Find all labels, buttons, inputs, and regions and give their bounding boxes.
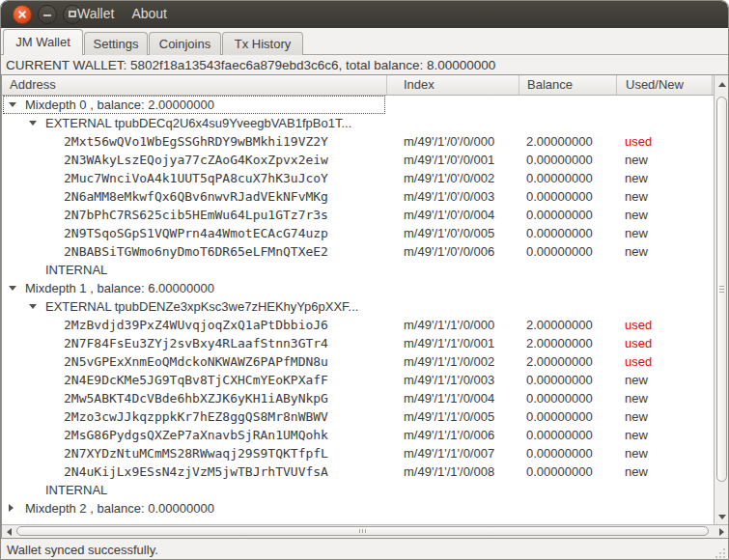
tab-coinjoins[interactable]: Coinjoins <box>149 32 221 55</box>
used-new-cell: used <box>617 334 713 352</box>
tab-settings[interactable]: Settings <box>84 32 148 55</box>
index-cell: m/49'/1'/0'/0/005 <box>387 224 519 242</box>
vertical-scrollbar-thumb[interactable] <box>716 97 727 482</box>
minimize-icon <box>43 14 51 16</box>
used-new-cell <box>617 499 713 518</box>
index-cell: m/49'/1'/1'/0/002 <box>387 352 519 371</box>
tree-row[interactable]: 2N7F84FsEu3ZYj2svBxy4RLaafStnn3GTr4m/49'… <box>2 334 714 352</box>
tree-row[interactable]: 2Mw5ABKT4DcVBde6hbXZJK6yKH1iAByNkpGm/49'… <box>2 389 714 407</box>
tree-viewport: Mixdepth 0 , balance: 2.00000000EXTERNAL… <box>2 96 714 524</box>
column-header-balance[interactable]: Balance <box>519 75 617 95</box>
tree-row[interactable]: 2MzBvdjd39PxZ4WUvqjoqZxQ1aPtDbbioJ6m/49'… <box>2 316 714 334</box>
menu-about[interactable]: About <box>123 1 176 28</box>
column-header-used-new[interactable]: Used/New <box>617 75 713 95</box>
address-cell: 2N7bPhC7RS625cib5HEmWu64Lpu1GTz7r3s <box>2 206 387 224</box>
tree-row[interactable]: Mixdepth 2 , balance: 0.00000000 <box>2 499 714 518</box>
address-text: 2NBABSiTGWmo6nyDmoT6DR65eLFMnQTXeE2 <box>64 242 387 261</box>
balance-cell <box>519 261 617 279</box>
menu-wallet[interactable]: Wallet <box>69 1 123 28</box>
vertical-scrollbar[interactable] <box>714 75 729 524</box>
thumb-grip-icon <box>359 529 367 533</box>
address-cell: Mixdepth 1 , balance: 6.00000000 <box>2 279 387 297</box>
used-new-cell: new <box>617 206 713 224</box>
expander-collapsed-icon[interactable] <box>9 504 14 512</box>
tree-row[interactable]: Mixdepth 0 , balance: 2.00000000 <box>2 96 714 114</box>
close-button[interactable] <box>13 5 32 24</box>
used-new-cell: new <box>617 462 713 481</box>
index-cell <box>387 279 519 297</box>
balance-cell: 0.00000000 <box>519 151 617 169</box>
branch-label: INTERNAL <box>45 261 387 279</box>
address-text: 2N7XYDzNtuMCmMS28RWwaqj29S9TQKTfpfL <box>64 444 387 462</box>
address-cell: 2N3WAkyLszEQojya77cZAoG4KoxZpvx2eiw <box>2 151 387 169</box>
titlebar[interactable]: Wallet About <box>1 1 728 28</box>
tree-row[interactable]: EXTERNAL tpubDENZe3xpKsc3we7zHEKhyYp6pXX… <box>2 297 714 316</box>
scroll-left-button[interactable] <box>3 525 16 538</box>
horizontal-scrollbar-thumb[interactable] <box>16 526 709 536</box>
used-new-cell <box>617 279 713 297</box>
expander-expanded-icon[interactable] <box>9 286 16 291</box>
expander-expanded-icon[interactable] <box>29 304 37 309</box>
scroll-down-button[interactable] <box>715 509 729 524</box>
tree-row[interactable]: 2N5vGPExXnmEoQMdckoNKWAWZ6PAPfMDN8um/49'… <box>2 352 714 371</box>
expander-expanded-icon[interactable] <box>9 102 16 107</box>
tree-row[interactable]: 2N4uKijLx9ESsN4zjVzM5jwTBJrhTVUVfsAm/49'… <box>2 462 714 481</box>
address-cell: EXTERNAL tpubDECq2U6x4su9YveegbVAB1fpBo1… <box>2 114 387 132</box>
address-text: 2N7F84FsEu3ZYj2svBxy4RLaafStnn3GTr4 <box>64 334 387 352</box>
index-cell: m/49'/1'/0'/0/002 <box>387 169 519 187</box>
arrow-right-icon <box>719 528 724 536</box>
expander-expanded-icon[interactable] <box>29 121 37 126</box>
balance-cell <box>519 96 617 114</box>
tree-row[interactable]: 2N7XYDzNtuMCmMS28RWwaqj29S9TQKTfpfLm/49'… <box>2 444 714 462</box>
index-cell: m/49'/1'/0'/0/000 <box>387 132 519 151</box>
address-text: 2N5vGPExXnmEoQMdckoNKWAWZ6PAPfMDN8u <box>64 352 387 371</box>
address-text: 2N9TSqoSGpS1VQWPrn4a4WmotECAcG74uzp <box>64 224 387 242</box>
wallet-window: Wallet About JM Wallet Settings Coinjoin… <box>0 0 729 560</box>
index-cell: m/49'/1'/1'/0/008 <box>387 462 519 481</box>
tree-row[interactable]: 2N6aMM8eMkwfQx6QBv6nwvRJadVEkNFvMKgm/49'… <box>2 187 714 206</box>
tree-row[interactable]: 2Muc7WnciVoA4k1UUT5qPA8cuX7hK3uJcoYm/49'… <box>2 169 714 187</box>
index-cell <box>387 261 519 279</box>
tree-row[interactable]: 2N3WAkyLszEQojya77cZAoG4KoxZpvx2eiwm/49'… <box>2 151 714 169</box>
index-cell <box>387 297 519 316</box>
tree-row[interactable]: 2MsG86PydgsQXZeP7aXnavbSjRAn1UMQohkm/49'… <box>2 426 714 444</box>
balance-cell: 0.00000000 <box>519 169 617 187</box>
column-header-address[interactable]: Address <box>2 75 387 95</box>
address-cell: 2N9TSqoSGpS1VQWPrn4a4WmotECAcG74uzp <box>2 224 387 242</box>
address-cell: 2MsG86PydgsQXZeP7aXnavbSjRAn1UMQohk <box>2 426 387 444</box>
scroll-up-button[interactable] <box>715 77 729 93</box>
address-cell: 2Mxt56wQVo1WbEgSSGhRDY9wBMkhi19VZ2Y <box>2 132 387 151</box>
column-header-index[interactable]: Index <box>387 75 519 95</box>
address-text: 2N6aMM8eMkwfQx6QBv6nwvRJadVEkNFvMKg <box>64 187 387 206</box>
tree-row[interactable]: 2NBABSiTGWmo6nyDmoT6DR65eLFMnQTXeE2m/49'… <box>2 242 714 261</box>
address-cell: INTERNAL <box>2 261 387 279</box>
horizontal-scrollbar[interactable] <box>2 524 729 538</box>
balance-cell: 0.00000000 <box>519 407 617 426</box>
used-new-cell: used <box>617 132 713 151</box>
tab-tx-history[interactable]: Tx History <box>222 32 303 55</box>
used-new-cell: new <box>617 224 713 242</box>
balance-cell <box>519 481 617 499</box>
tree-row[interactable]: INTERNAL <box>2 261 714 279</box>
current-wallet-banner: CURRENT WALLET: 5802f18a13543faec6a879eb… <box>1 55 728 74</box>
tree-row[interactable]: 2Mzo3cwJJkqzppkKr7hEZ8ggQS8Mr8nWBWVm/49'… <box>2 407 714 426</box>
address-text: 2MzBvdjd39PxZ4WUvqjoqZxQ1aPtDbbioJ6 <box>64 316 387 334</box>
minimize-button[interactable] <box>38 5 57 24</box>
tree-row[interactable]: INTERNAL <box>2 481 714 499</box>
tree-row[interactable]: 2N9TSqoSGpS1VQWPrn4a4WmotECAcG74uzpm/49'… <box>2 224 714 242</box>
scroll-right-button[interactable] <box>715 525 728 538</box>
tab-jm-wallet[interactable]: JM Wallet <box>3 29 83 55</box>
tree-row[interactable]: 2N7bPhC7RS625cib5HEmWu64Lpu1GTz7r3sm/49'… <box>2 206 714 224</box>
address-text: 2Mzo3cwJJkqzppkKr7hEZ8ggQS8Mr8nWBWV <box>64 407 387 426</box>
tree-row[interactable]: EXTERNAL tpubDECq2U6x4su9YveegbVAB1fpBo1… <box>2 114 714 132</box>
used-new-cell <box>617 114 713 132</box>
resize-grip[interactable] <box>714 546 725 558</box>
index-cell: m/49'/1'/1'/0/005 <box>387 407 519 426</box>
mixdepth-label: Mixdepth 2 , balance: 0.00000000 <box>25 499 387 518</box>
used-new-cell: new <box>617 426 713 444</box>
status-bar: Wallet synced successfully. <box>1 539 728 560</box>
tree-row[interactable]: 2N4E9DcKMe5JG9TqBv8TjCXHCmYEoKPXafFm/49'… <box>2 371 714 389</box>
balance-cell: 0.00000000 <box>519 444 617 462</box>
tree-row[interactable]: Mixdepth 1 , balance: 6.00000000 <box>2 279 714 297</box>
tree-row[interactable]: 2Mxt56wQVo1WbEgSSGhRDY9wBMkhi19VZ2Ym/49'… <box>2 132 714 151</box>
